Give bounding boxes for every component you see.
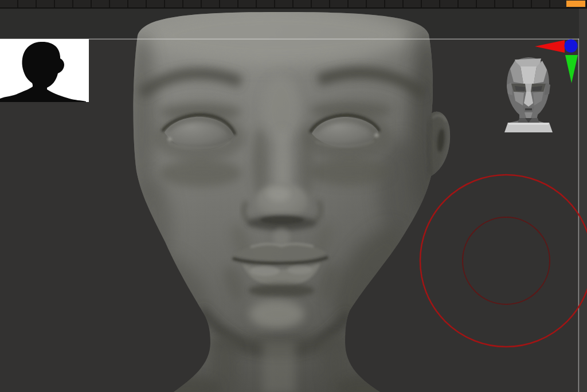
toolbar-underline — [0, 7, 587, 9]
right-gutter — [579, 8, 587, 392]
viewport-canvas[interactable] — [0, 0, 587, 392]
alpha-thumbnail[interactable] — [0, 39, 89, 102]
z-axis-dot-icon[interactable] — [565, 40, 578, 53]
accent-toolbar-button[interactable] — [566, 1, 585, 7]
app-window — [0, 0, 587, 392]
top-toolbar[interactable] — [0, 0, 587, 9]
